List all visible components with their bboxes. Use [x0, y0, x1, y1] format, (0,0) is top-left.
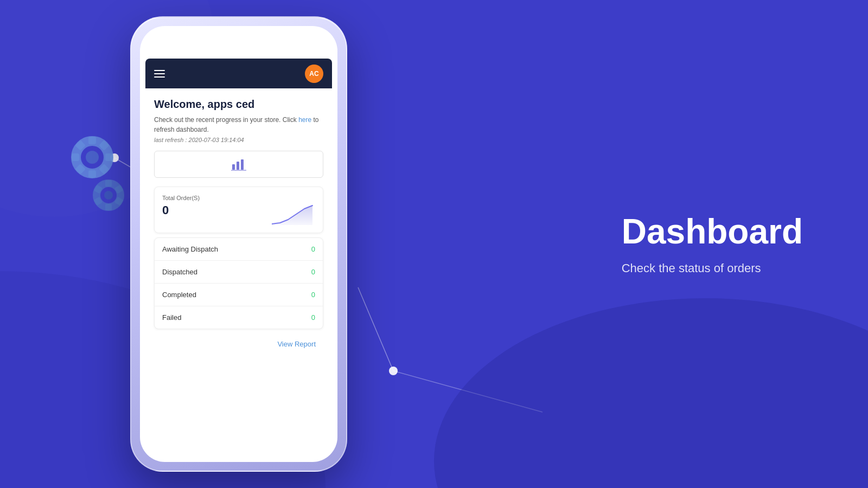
- svg-rect-20: [105, 180, 112, 187]
- status-count-failed: 0: [311, 313, 315, 322]
- user-avatar[interactable]: AC: [305, 65, 323, 83]
- app-content: Welcome, apps ced Check out the recent p…: [145, 88, 332, 429]
- phone-mockup: AC Welcome, apps ced Check out the recen…: [130, 16, 347, 472]
- phone-inner-shell: AC Welcome, apps ced Check out the recen…: [140, 26, 337, 462]
- svg-rect-27: [237, 162, 239, 170]
- hamburger-menu-button[interactable]: [154, 70, 165, 78]
- total-orders-card: Total Order(S) 0: [154, 187, 323, 233]
- svg-line-6: [393, 371, 542, 412]
- refresh-link[interactable]: here: [298, 116, 311, 124]
- view-report-section: View Report: [154, 333, 323, 354]
- svg-point-9: [86, 151, 99, 164]
- svg-rect-26: [232, 164, 235, 170]
- svg-point-7: [434, 298, 868, 488]
- status-count-awaiting-dispatch: 0: [311, 245, 315, 253]
- app-header: AC: [145, 59, 332, 88]
- sparkline-chart: [272, 203, 315, 225]
- bar-chart-icon: [231, 158, 246, 171]
- svg-rect-12: [105, 153, 113, 161]
- gears-decoration: [43, 108, 141, 219]
- svg-rect-23: [105, 204, 112, 210]
- svg-line-5: [358, 287, 393, 371]
- svg-marker-30: [272, 206, 312, 225]
- svg-rect-16: [72, 153, 79, 161]
- total-orders-label: Total Order(S): [162, 195, 315, 201]
- svg-point-19: [104, 191, 113, 200]
- status-label-dispatched: Dispatched: [162, 268, 197, 276]
- status-item-failed[interactable]: Failed 0: [155, 306, 323, 329]
- last-refresh-text: last refresh : 2020-07-03 19:14:04: [154, 137, 323, 143]
- status-count-completed: 0: [311, 291, 315, 299]
- status-item-dispatched[interactable]: Dispatched 0: [155, 261, 323, 284]
- order-status-list: Awaiting Dispatch 0 Dispatched 0 Complet…: [154, 237, 323, 329]
- welcome-description: Check out the recent progress in your st…: [154, 115, 323, 134]
- dashboard-title: Dashboard: [622, 213, 803, 251]
- status-item-awaiting-dispatch[interactable]: Awaiting Dispatch 0: [155, 238, 323, 261]
- welcome-title: Welcome, apps ced: [154, 98, 323, 111]
- dashboard-subtitle: Check the status of orders: [622, 261, 803, 275]
- view-report-link[interactable]: View Report: [277, 340, 316, 348]
- svg-point-4: [389, 367, 398, 375]
- status-item-completed[interactable]: Completed 0: [155, 284, 323, 306]
- status-label-failed: Failed: [162, 313, 181, 322]
- svg-rect-14: [88, 170, 96, 178]
- svg-rect-28: [241, 159, 244, 170]
- status-label-awaiting-dispatch: Awaiting Dispatch: [162, 245, 218, 253]
- status-label-completed: Completed: [162, 291, 196, 299]
- status-count-dispatched: 0: [311, 268, 315, 276]
- chart-button[interactable]: [154, 151, 323, 178]
- app-screen: AC Welcome, apps ced Check out the recen…: [145, 59, 332, 429]
- total-orders-value: 0: [162, 203, 169, 217]
- svg-rect-10: [88, 137, 96, 144]
- right-panel: Dashboard Check the status of orders: [622, 213, 803, 275]
